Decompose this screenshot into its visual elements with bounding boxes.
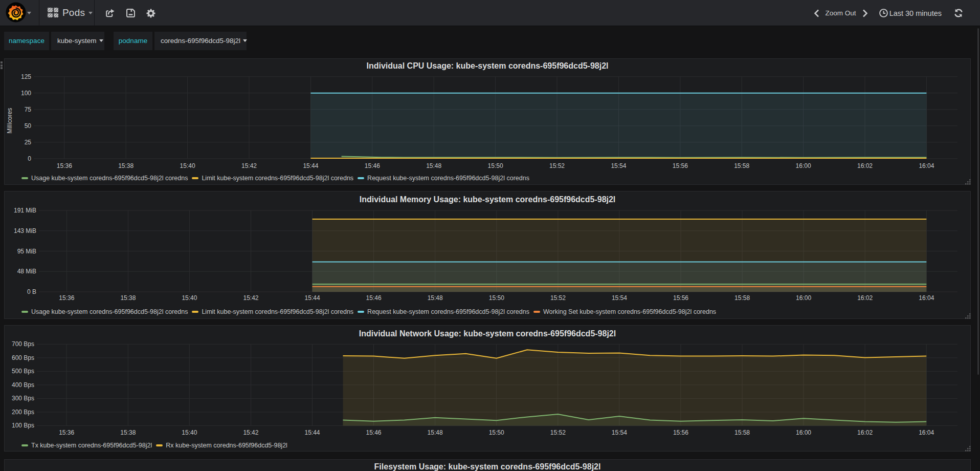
svg-text:15:58: 15:58	[734, 162, 749, 169]
svg-text:15:48: 15:48	[426, 162, 441, 169]
svg-text:15:46: 15:46	[366, 429, 381, 436]
svg-text:15:58: 15:58	[734, 429, 750, 436]
svg-text:16:02: 16:02	[857, 162, 873, 169]
svg-text:15:46: 15:46	[365, 162, 380, 169]
svg-text:15:50: 15:50	[489, 429, 504, 436]
svg-text:16:04: 16:04	[919, 429, 934, 436]
svg-text:16:04: 16:04	[919, 162, 934, 169]
svg-text:15:38: 15:38	[120, 294, 136, 302]
svg-text:200 Bps: 200 Bps	[12, 409, 34, 416]
svg-text:16:00: 16:00	[796, 162, 811, 169]
svg-text:15:40: 15:40	[182, 294, 197, 302]
svg-text:15:40: 15:40	[180, 162, 195, 169]
svg-text:16:02: 16:02	[857, 294, 873, 302]
svg-text:100 Bps: 100 Bps	[12, 422, 34, 429]
svg-text:191 MiB: 191 MiB	[14, 207, 36, 214]
svg-text:15:44: 15:44	[303, 162, 318, 169]
svg-text:15:54: 15:54	[611, 162, 626, 169]
svg-text:600 Bps: 600 Bps	[12, 354, 34, 361]
svg-text:75: 75	[25, 106, 32, 113]
svg-text:15:36: 15:36	[59, 429, 74, 436]
svg-text:48 MiB: 48 MiB	[17, 268, 36, 275]
svg-text:95 MiB: 95 MiB	[17, 248, 36, 255]
svg-text:16:00: 16:00	[796, 429, 811, 436]
svg-text:15:50: 15:50	[488, 162, 503, 169]
svg-text:Millicores: Millicores	[6, 108, 13, 134]
svg-text:700 Bps: 700 Bps	[12, 340, 34, 348]
svg-text:15:40: 15:40	[182, 429, 197, 436]
svg-text:16:02: 16:02	[857, 429, 873, 436]
svg-text:15:42: 15:42	[241, 162, 257, 169]
svg-text:0: 0	[28, 155, 31, 162]
svg-text:15:42: 15:42	[243, 294, 258, 302]
svg-text:16:00: 16:00	[796, 294, 811, 302]
svg-text:143 MiB: 143 MiB	[14, 227, 36, 234]
svg-text:15:54: 15:54	[612, 294, 627, 302]
svg-text:15:46: 15:46	[366, 294, 382, 302]
svg-text:15:36: 15:36	[57, 162, 72, 169]
svg-text:15:48: 15:48	[428, 294, 443, 302]
svg-text:15:42: 15:42	[243, 429, 258, 436]
svg-text:16:04: 16:04	[919, 294, 934, 302]
svg-text:50: 50	[25, 122, 32, 130]
svg-text:0 B: 0 B	[27, 288, 36, 295]
svg-text:400 Bps: 400 Bps	[12, 381, 34, 389]
svg-text:15:36: 15:36	[59, 294, 74, 302]
svg-text:15:44: 15:44	[304, 429, 320, 436]
svg-text:15:56: 15:56	[673, 162, 688, 169]
svg-text:15:52: 15:52	[550, 294, 566, 302]
svg-text:15:52: 15:52	[549, 162, 565, 169]
svg-text:15:38: 15:38	[120, 429, 136, 436]
svg-text:15:38: 15:38	[118, 162, 133, 169]
svg-text:300 Bps: 300 Bps	[12, 395, 34, 402]
svg-text:500 Bps: 500 Bps	[12, 368, 34, 375]
svg-text:125: 125	[21, 73, 31, 80]
svg-text:15:50: 15:50	[489, 294, 504, 302]
svg-text:15:48: 15:48	[428, 429, 443, 436]
svg-text:15:52: 15:52	[550, 429, 566, 436]
svg-text:25: 25	[25, 139, 32, 146]
svg-text:15:56: 15:56	[673, 294, 688, 302]
svg-text:100: 100	[21, 90, 31, 97]
svg-text:15:44: 15:44	[305, 294, 320, 302]
svg-text:15:56: 15:56	[673, 429, 688, 436]
svg-text:15:54: 15:54	[612, 429, 627, 436]
svg-text:15:58: 15:58	[734, 294, 750, 302]
